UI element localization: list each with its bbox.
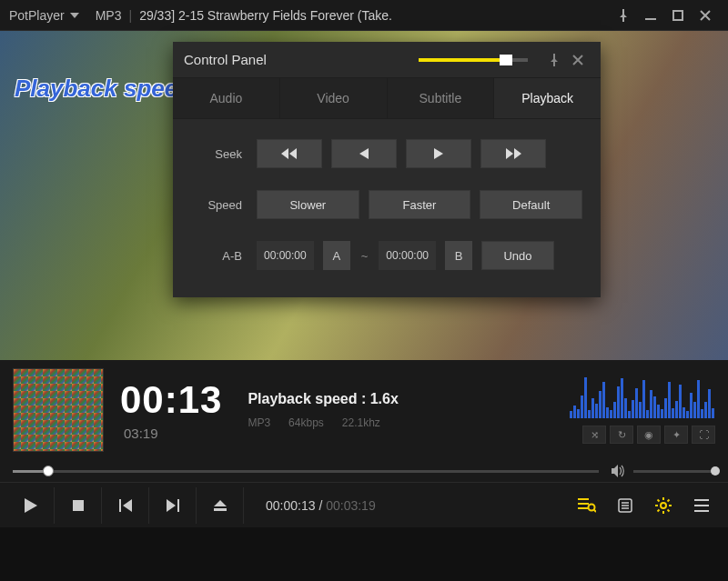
svg-rect-0 (645, 18, 656, 20)
volume-slider[interactable] (633, 470, 715, 473)
samplerate-label: 22.1khz (342, 416, 380, 429)
bitrate-label: 64kbps (288, 416, 324, 429)
speed-default-button[interactable]: Default (480, 190, 582, 219)
format-label: MP3 (96, 8, 122, 23)
panel-pin-icon[interactable] (542, 48, 566, 72)
chevron-down-icon (70, 13, 79, 18)
codec-label: MP3 (248, 416, 270, 429)
playlist-icon[interactable] (606, 487, 644, 524)
fullscreen-icon[interactable]: ⛶ (692, 426, 715, 444)
ab-a-time: 00:00:00 (257, 241, 314, 270)
ab-separator: ~ (359, 249, 370, 263)
repeat-icon[interactable]: ↻ (610, 426, 633, 444)
speed-row-label: Speed (191, 198, 242, 212)
seek-row-label: Seek (191, 147, 242, 161)
pin-icon[interactable] (610, 5, 637, 26)
album-art[interactable] (13, 368, 104, 452)
menu-icon[interactable] (682, 487, 721, 524)
track-title: 29/33] 2-15 Strawberry Fields Forever (T… (139, 8, 392, 23)
osd-text: Playback spee (15, 75, 177, 103)
panel-close-icon[interactable] (566, 48, 590, 72)
playback-controls: 00:00:13 / 00:03:19 (0, 482, 728, 527)
tab-playback[interactable]: Playback (494, 78, 601, 118)
speed-faster-button[interactable]: Faster (369, 190, 471, 219)
seek-forward-button[interactable] (406, 139, 471, 168)
seek-slider[interactable] (13, 470, 599, 473)
ab-b-time: 00:00:00 (379, 241, 436, 270)
play-button[interactable] (7, 487, 55, 524)
ab-set-a-button[interactable]: A (323, 241, 350, 270)
info-strip: 00:13 03:19 Playback speed : 1.6x MP3 64… (0, 360, 728, 460)
ab-row-label: A-B (191, 249, 242, 263)
total-time: 00:03:19 (326, 498, 376, 513)
snapshot-icon[interactable]: ✦ (664, 426, 688, 444)
tab-audio[interactable]: Audio (173, 78, 280, 118)
ab-undo-button[interactable]: Undo (481, 241, 554, 270)
ab-set-b-button[interactable]: B (445, 241, 472, 270)
current-time-large: 00:13 (120, 381, 222, 419)
speed-slower-button[interactable]: Slower (257, 190, 359, 219)
previous-button[interactable] (102, 487, 149, 524)
app-name-label: PotPlayer (9, 8, 65, 23)
maximize-button[interactable] (664, 5, 692, 26)
capture-icon[interactable]: ◉ (637, 426, 661, 444)
panel-opacity-slider[interactable] (419, 58, 528, 62)
control-panel-title: Control Panel (184, 52, 267, 67)
audio-visualizer (570, 376, 715, 418)
time-display: 00:00:13 / 00:03:19 (266, 498, 376, 513)
close-button[interactable] (692, 5, 719, 26)
total-time-small: 03:19 (124, 426, 222, 440)
tab-video[interactable]: Video (280, 78, 388, 118)
seek-rewind-button[interactable] (331, 139, 397, 168)
seek-rewind-fast-button[interactable] (257, 139, 322, 168)
separator: | (129, 8, 133, 23)
settings-gear-icon[interactable] (644, 487, 682, 524)
svg-rect-1 (673, 11, 682, 20)
control-panel: Control Panel Audio Video Subtitle Playb… (173, 42, 601, 297)
app-menu[interactable]: PotPlayer (9, 8, 79, 23)
stop-button[interactable] (55, 487, 102, 524)
minimize-button[interactable] (637, 5, 664, 26)
time-sep: / (316, 498, 327, 513)
shuffle-icon[interactable]: ⤨ (582, 426, 606, 444)
svg-point-3 (589, 504, 595, 510)
elapsed-time: 00:00:13 (266, 498, 316, 513)
svg-point-5 (661, 503, 666, 508)
panel-tabs: Audio Video Subtitle Playback (173, 78, 601, 119)
svg-rect-2 (73, 500, 84, 511)
panel-body: Seek Speed Slower Faster Default A-B 00:… (173, 119, 601, 297)
next-button[interactable] (149, 487, 197, 524)
seek-forward-fast-button[interactable] (480, 139, 546, 168)
control-panel-header[interactable]: Control Panel (173, 42, 601, 78)
volume-icon[interactable] (612, 465, 626, 477)
playback-speed-text: Playback speed : 1.6x (248, 391, 398, 407)
search-filter-icon[interactable] (568, 487, 606, 524)
seek-bar-row (0, 460, 728, 482)
tab-subtitle[interactable]: Subtitle (388, 78, 495, 118)
title-bar: PotPlayer MP3 | 29/33] 2-15 Strawberry F… (0, 0, 728, 31)
eject-button[interactable] (197, 487, 244, 524)
